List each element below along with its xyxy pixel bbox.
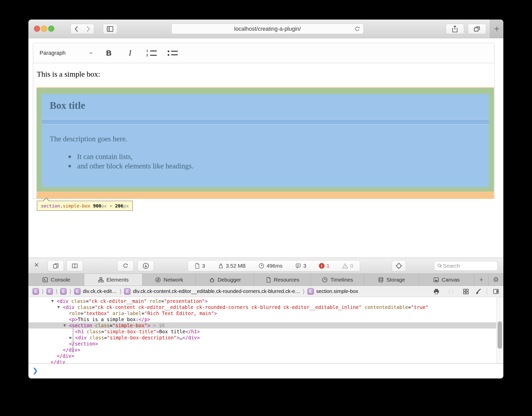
- expanded-arrow-icon[interactable]: ▼: [57, 304, 60, 310]
- scrollbar-track[interactable]: [496, 297, 503, 363]
- tab-storage[interactable]: Storage: [364, 274, 419, 286]
- italic-button[interactable]: I: [124, 46, 136, 60]
- canvas-icon: [433, 277, 439, 283]
- plus-icon: +: [479, 276, 483, 284]
- inspector-tab-bar: Console Elements: [28, 274, 503, 286]
- numbered-list-button[interactable]: 1 2: [146, 46, 157, 60]
- styles-edit-button[interactable]: [475, 288, 481, 295]
- refresh-icon: [354, 26, 361, 32]
- elements-icon: [98, 277, 104, 283]
- warning-icon: [342, 263, 348, 269]
- inspector-settings-button[interactable]: ⚙: [489, 274, 503, 286]
- collapsed-arrow-icon[interactable]: ▶: [69, 335, 72, 341]
- printer-icon: [433, 288, 440, 295]
- sidebar-toggle-button[interactable]: [103, 24, 117, 34]
- reload-page-button[interactable]: [117, 260, 134, 271]
- dom-tree-row[interactable]: </div>: [28, 347, 496, 353]
- detach-inspector-button[interactable]: [47, 260, 64, 271]
- minimize-window-button[interactable]: [41, 26, 47, 32]
- bulleted-list-button[interactable]: [167, 46, 179, 60]
- breadcrumb-item[interactable]: E div.ck.ck-edit…: [74, 288, 117, 295]
- editor-toolbar: Paragraph B I 1 2: [33, 43, 494, 63]
- breadcrumb-item[interactable]: E: [46, 288, 53, 295]
- dom-tree-row[interactable]: </div>: [28, 353, 496, 359]
- breadcrumb-separator-icon: ⟩: [119, 288, 122, 294]
- expanded-arrow-icon[interactable]: ▼: [63, 322, 66, 328]
- dom-tree-row[interactable]: ▶<div class="simple-box-description">…</…: [28, 335, 496, 341]
- italic-icon: I: [129, 48, 131, 58]
- document-icon: [194, 263, 200, 269]
- back-button[interactable]: [70, 24, 82, 34]
- warning-count: 0: [342, 263, 353, 269]
- resources-icon: [266, 277, 271, 283]
- refresh-button[interactable]: [354, 26, 361, 32]
- grid-icon: [463, 288, 469, 295]
- grid-overlay-button[interactable]: [463, 288, 469, 295]
- tab-canvas[interactable]: Canvas: [419, 274, 474, 286]
- dom-tree-row[interactable]: <p>This is a simple box:</p>: [28, 316, 496, 322]
- resource-stats[interactable]: 3 3.52 MB 496ms: [188, 260, 360, 271]
- gear-icon: ⚙: [493, 276, 499, 284]
- forward-button[interactable]: [82, 24, 94, 34]
- scrollbar-thumb[interactable]: [498, 321, 502, 349]
- inspector-toolbar: ✕: [28, 258, 503, 274]
- tab-overview-icon: [473, 25, 481, 33]
- share-button[interactable]: [446, 24, 464, 34]
- search-input[interactable]: [442, 263, 487, 269]
- breadcrumb-item[interactable]: E div.ck.ck-content.ck-editor__editable.…: [124, 288, 300, 295]
- dom-tree-panel: ▼<div class="ck ck-editor__main" role="p…: [28, 297, 503, 363]
- close-inspector-button[interactable]: ✕: [34, 262, 39, 269]
- speech-bubble-icon: [295, 263, 301, 269]
- breadcrumb-item[interactable]: E: [32, 288, 39, 295]
- close-window-button[interactable]: [34, 26, 40, 32]
- inspector-search[interactable]: [434, 261, 498, 271]
- show-tabs-button[interactable]: [468, 24, 486, 34]
- tab-elements[interactable]: Elements: [84, 274, 143, 286]
- tooltip-tag: section: [41, 203, 60, 209]
- bold-button[interactable]: B: [103, 46, 115, 60]
- dom-tree-row[interactable]: ▼<section class="simple-box"> = $0: [28, 322, 496, 328]
- expanded-arrow-icon[interactable]: ▼: [51, 298, 54, 304]
- tab-resources[interactable]: Resources: [254, 274, 311, 286]
- tab-timelines[interactable]: Timelines: [311, 274, 364, 286]
- tooltip-height: 206: [115, 203, 123, 209]
- console-prompt-row[interactable]: ❯: [28, 363, 503, 378]
- print-styles-button[interactable]: [433, 288, 440, 295]
- box-description-content-overlay: The description goes here. It can contai…: [42, 125, 489, 187]
- browser-toolbar: localhost/creating-a-plugin/: [28, 20, 503, 38]
- breadcrumb-item-selected[interactable]: E section.simple-box: [307, 288, 358, 295]
- details-sidebar-toggle-button[interactable]: [493, 288, 499, 295]
- element-badge: E: [307, 288, 314, 295]
- share-icon: [451, 25, 458, 33]
- dom-tree-row[interactable]: </div: [28, 359, 496, 363]
- dom-tree-row[interactable]: </section>: [28, 341, 496, 347]
- dom-tree-row[interactable]: ▼<div class="ck ck-editor__main" role="p…: [28, 298, 496, 304]
- dock-side-button[interactable]: [66, 260, 83, 271]
- bold-icon: B: [106, 49, 112, 57]
- prompt-chevron-icon: ❯: [32, 367, 38, 374]
- dom-tree-row[interactable]: <h1 class="simple-box-title">Box title</…: [28, 328, 496, 335]
- timelines-icon: [322, 277, 328, 283]
- tab-debugger[interactable]: Debugger: [196, 274, 254, 286]
- reload-icon: [122, 263, 129, 269]
- tab-network[interactable]: Network: [143, 274, 196, 286]
- zoom-window-button[interactable]: [48, 26, 54, 32]
- address-bar[interactable]: localhost/creating-a-plugin/: [171, 24, 364, 34]
- element-size-tooltip: section.simple-box 900px × 206px: [37, 201, 133, 211]
- paragraph-dropdown[interactable]: Paragraph: [40, 46, 93, 60]
- tab-console[interactable]: Console: [28, 274, 84, 286]
- element-badge: E: [32, 288, 39, 295]
- add-tab-button[interactable]: +: [474, 274, 489, 286]
- element-picker-button[interactable]: [392, 260, 406, 271]
- element-badge: E: [74, 288, 81, 295]
- dom-tree-row[interactable]: role="textbox" aria-label="Rich Text Edi…: [28, 310, 496, 316]
- download-page-button[interactable]: [137, 260, 154, 271]
- paragraph-dropdown-label: Paragraph: [40, 50, 66, 56]
- download-icon: [142, 262, 149, 269]
- source-code-button[interactable]: 〈〉: [445, 288, 457, 295]
- breadcrumb-item[interactable]: E: [60, 288, 67, 295]
- new-tab-button[interactable]: +: [490, 20, 503, 38]
- dom-tree-row[interactable]: ▼<div class="ck ck-content ck-editor__ed…: [28, 304, 496, 310]
- editor-content[interactable]: This is a simple box: Box title The desc…: [33, 63, 494, 199]
- tooltip-width: 900: [93, 203, 101, 209]
